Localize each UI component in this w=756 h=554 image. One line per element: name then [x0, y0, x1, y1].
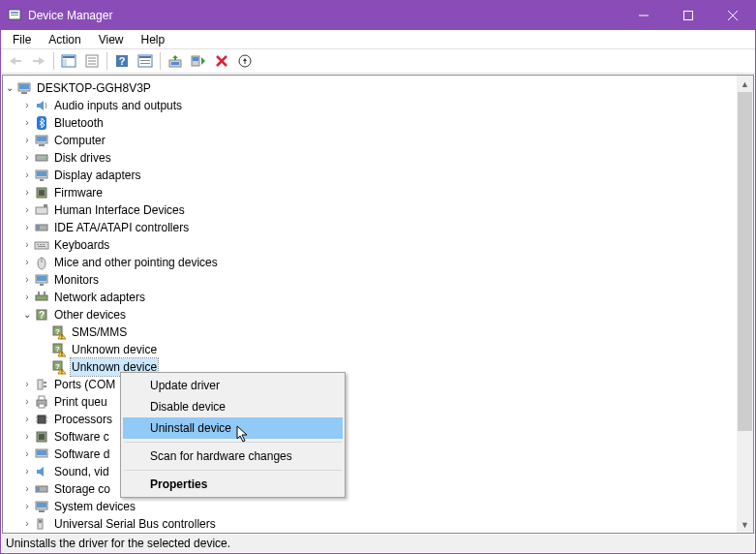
vertical-scrollbar[interactable]: ▲ ▼: [737, 76, 753, 533]
expand-icon[interactable]: ›: [20, 114, 34, 132]
show-hide-button[interactable]: [58, 50, 79, 72]
tree-item[interactable]: Firmware: [53, 184, 104, 201]
tree-item[interactable]: Audio inputs and outputs: [53, 97, 183, 114]
svg-rect-90: [39, 510, 45, 512]
tree-item[interactable]: Monitors: [53, 271, 100, 289]
expand-icon[interactable]: ›: [20, 515, 34, 533]
svg-rect-30: [19, 84, 29, 89]
context-properties[interactable]: Properties: [123, 474, 343, 495]
svg-rect-85: [37, 450, 46, 455]
tree-item[interactable]: Sound, vid: [53, 463, 110, 480]
expand-icon[interactable]: ⌄: [3, 79, 16, 97]
expand-icon[interactable]: ›: [20, 149, 34, 167]
printer-icon: [34, 394, 49, 410]
computer-icon: [16, 80, 32, 96]
tree-item[interactable]: Disk drives: [53, 149, 112, 167]
expand-icon[interactable]: ›: [20, 184, 34, 201]
expand-icon[interactable]: ›: [20, 271, 34, 289]
expand-icon[interactable]: ›: [20, 289, 34, 306]
tree-root[interactable]: DESKTOP-GGH8V3P: [36, 79, 152, 97]
expand-icon[interactable]: ›: [20, 167, 34, 184]
context-menu: Update driver Disable device Uninstall d…: [120, 372, 346, 498]
svg-rect-40: [40, 179, 44, 181]
context-uninstall-device[interactable]: Uninstall device: [123, 417, 343, 439]
svg-rect-46: [37, 226, 40, 230]
tree-item[interactable]: Software c: [53, 428, 110, 446]
menu-action[interactable]: Action: [41, 32, 88, 47]
expand-icon[interactable]: ›: [20, 463, 34, 480]
disable-toolbar-button[interactable]: [234, 50, 256, 72]
status-text: Uninstalls the driver for the selected d…: [6, 537, 230, 550]
expand-icon[interactable]: ›: [20, 411, 34, 428]
properties-toolbar-button[interactable]: [81, 50, 103, 72]
tree-item[interactable]: Unknown device: [71, 341, 158, 358]
menu-file[interactable]: File: [5, 32, 39, 47]
scroll-thumb[interactable]: [738, 92, 752, 431]
svg-text:?: ?: [55, 345, 60, 354]
svg-rect-50: [43, 244, 45, 245]
disk-icon: [34, 150, 49, 166]
expand-icon[interactable]: ›: [20, 376, 34, 393]
update-driver-button[interactable]: [165, 50, 186, 72]
tree-item[interactable]: Mice and other pointing devices: [53, 254, 219, 271]
display-icon: [34, 168, 49, 183]
svg-rect-25: [193, 57, 198, 61]
tree-item[interactable]: Bluetooth: [53, 114, 105, 132]
tree-item[interactable]: Human Interface Devices: [53, 201, 186, 219]
svg-text:!: !: [61, 351, 63, 357]
tree-item[interactable]: Universal Serial Bus controllers: [53, 515, 217, 533]
uninstall-toolbar-button[interactable]: [211, 50, 232, 72]
forward-button[interactable]: [28, 50, 49, 72]
tree-item-other[interactable]: Other devices: [53, 306, 127, 323]
expand-icon[interactable]: ›: [20, 428, 34, 446]
menu-help[interactable]: Help: [134, 32, 173, 47]
context-scan-hardware[interactable]: Scan for hardware changes: [123, 446, 343, 467]
svg-rect-83: [39, 434, 45, 440]
tree-item[interactable]: Display adapters: [53, 167, 141, 184]
svg-rect-2: [11, 15, 18, 15]
tree-item[interactable]: Ports (COM: [53, 376, 116, 393]
tree-item[interactable]: Print queu: [53, 393, 108, 411]
scroll-down-icon[interactable]: ▼: [737, 516, 753, 533]
tree-item[interactable]: Computer: [53, 132, 106, 149]
action-button[interactable]: [135, 50, 156, 72]
context-disable-device[interactable]: Disable device: [123, 396, 343, 417]
expand-icon[interactable]: ›: [20, 498, 34, 515]
tree-item[interactable]: Network adapters: [53, 289, 146, 306]
svg-text:!: !: [61, 333, 63, 340]
help-button[interactable]: ?: [111, 50, 133, 72]
expand-icon[interactable]: ›: [20, 219, 34, 236]
svg-rect-92: [39, 520, 42, 523]
tree-item[interactable]: IDE ATA/ATAPI controllers: [53, 219, 190, 236]
expand-icon[interactable]: ›: [20, 480, 34, 498]
tree-item[interactable]: Storage co: [53, 480, 111, 498]
menu-view[interactable]: View: [91, 32, 132, 47]
tree-item[interactable]: System devices: [53, 498, 136, 515]
separator: [53, 52, 54, 70]
tree-item[interactable]: Processors: [53, 411, 113, 428]
expand-icon[interactable]: ›: [20, 201, 34, 219]
maximize-button[interactable]: [666, 1, 711, 30]
scroll-up-icon[interactable]: ▲: [737, 76, 753, 92]
expand-icon[interactable]: ⌄: [20, 306, 34, 323]
expand-icon[interactable]: ›: [20, 132, 34, 149]
close-button[interactable]: [711, 1, 755, 30]
scan-hardware-button[interactable]: [188, 50, 209, 72]
expand-icon[interactable]: ›: [20, 97, 34, 114]
tree-item[interactable]: Keyboards: [53, 236, 110, 254]
svg-rect-39: [37, 171, 46, 176]
context-update-driver[interactable]: Update driver: [123, 375, 343, 396]
svg-rect-4: [684, 12, 693, 20]
expand-icon[interactable]: ›: [20, 446, 34, 463]
separator: [124, 470, 342, 471]
minimize-button[interactable]: [621, 1, 666, 30]
software-icon: [34, 446, 49, 462]
expand-icon[interactable]: ›: [20, 254, 34, 271]
svg-rect-47: [35, 242, 48, 249]
svg-rect-34: [37, 137, 46, 141]
tree-item[interactable]: Software d: [53, 446, 110, 463]
expand-icon[interactable]: ›: [20, 393, 34, 411]
expand-icon[interactable]: ›: [20, 236, 34, 254]
back-button[interactable]: [5, 50, 26, 72]
tree-item[interactable]: SMS/MMS: [71, 323, 128, 341]
